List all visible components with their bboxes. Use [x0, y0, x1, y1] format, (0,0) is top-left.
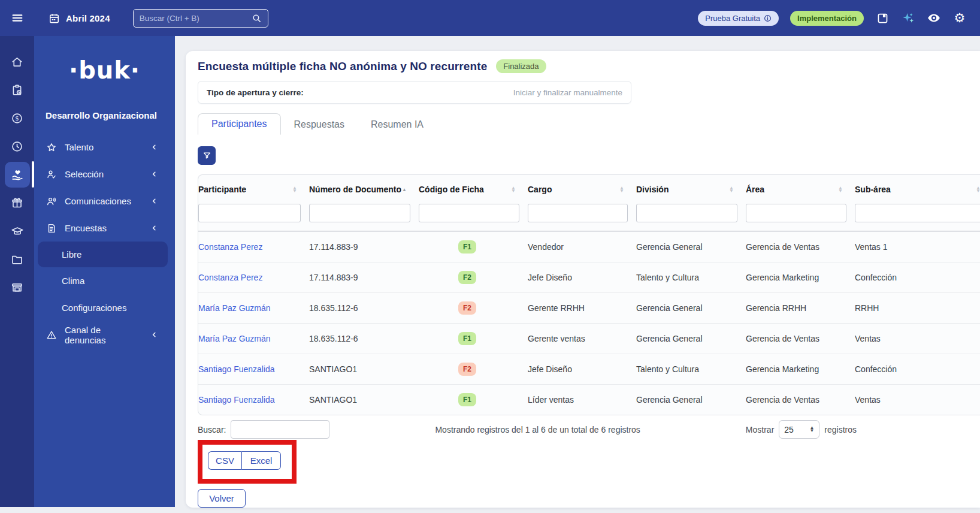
column-filter-input[interactable]: [746, 204, 846, 222]
page-size-select[interactable]: 25 ▲▼: [779, 420, 819, 439]
save-bookmark-icon[interactable]: [875, 11, 890, 25]
trial-badge[interactable]: Prueba Gratuita: [698, 11, 779, 26]
participants-table: Participante▲▼Número de Documento▲Código…: [198, 174, 980, 415]
column-header[interactable]: Número de Documento▲: [309, 175, 419, 204]
division-cell: Talento y Cultura: [636, 262, 746, 292]
table-row: María Paz Guzmán18.635.112-6F2Gerente RR…: [198, 292, 980, 323]
table-row: María Paz Guzmán18.635.112-6F1Gerente ve…: [198, 323, 980, 354]
table-header-row: Participante▲▼Número de Documento▲Código…: [198, 175, 980, 204]
column-filter-input[interactable]: [309, 204, 410, 222]
rail-tasks-icon[interactable]: [5, 76, 30, 104]
tab-participantes[interactable]: Participantes: [198, 113, 281, 135]
rail-talent-icon[interactable]: [5, 161, 30, 189]
implementation-badge[interactable]: Implementación: [790, 11, 864, 26]
buk-logo: ·buk·: [34, 56, 175, 84]
participant-link[interactable]: Constanza Perez: [198, 242, 262, 252]
sort-arrows-icon[interactable]: ▲▼: [292, 186, 297, 192]
column-header[interactable]: Cargo▲▼: [528, 175, 636, 204]
sort-arrows-icon[interactable]: ▲▼: [511, 186, 516, 192]
participant-link[interactable]: Santiago Fuenzalida: [198, 364, 275, 374]
sidebar-item-label: Encuestas: [65, 223, 107, 233]
column-header[interactable]: Código de Ficha▲▼: [419, 175, 528, 204]
table-search-input[interactable]: [231, 420, 329, 439]
document-cell: 17.114.883-9: [309, 262, 419, 292]
sidebar-item-canal-denuncias[interactable]: Canal de denuncias: [34, 321, 175, 348]
page-title: Encuesta múltiple ficha NO anónima y NO …: [198, 60, 487, 73]
sort-arrows-icon[interactable]: ▲▼: [729, 186, 734, 192]
column-filter-row: [198, 204, 980, 231]
division-cell: Talento y Cultura: [636, 354, 746, 384]
preview-eye-icon[interactable]: [927, 11, 941, 25]
funnel-icon: [202, 151, 211, 160]
cargo-cell: Jefe Diseño: [528, 262, 636, 292]
table-search-label: Buscar:: [198, 425, 226, 434]
tab-bar: ParticipantesRespuestasResumen IA: [198, 113, 980, 135]
column-filter-input[interactable]: [419, 204, 519, 222]
ficha-cell: F1: [419, 231, 528, 262]
sidebar-item-configuraciones[interactable]: Configuraciones: [34, 294, 175, 321]
column-header[interactable]: Área▲▼: [746, 175, 855, 204]
subarea-cell: RRHH: [855, 292, 980, 323]
topbar-actions: Prueba Gratuita Implementación: [698, 11, 980, 26]
back-button[interactable]: Volver: [198, 489, 246, 508]
global-search-input[interactable]: [140, 14, 252, 23]
open-close-label: Tipo de apertura y cierre:: [207, 88, 304, 97]
column-filter-input[interactable]: [528, 204, 628, 222]
rail-organization-icon[interactable]: [5, 273, 30, 301]
sort-arrows-icon[interactable]: ▲: [402, 188, 407, 191]
tab-respuestas[interactable]: Respuestas: [281, 114, 358, 135]
column-header[interactable]: División▲▼: [636, 175, 746, 204]
column-header[interactable]: Sub-área▲▼: [855, 175, 980, 204]
column-filter-input[interactable]: [198, 204, 301, 222]
ficha-cell: F2: [419, 354, 528, 384]
rail-payroll-icon[interactable]: $: [5, 104, 30, 132]
sidebar-item-comunicaciones[interactable]: Comunicaciones: [34, 188, 175, 215]
tab-resumen-ia[interactable]: Resumen IA: [358, 114, 437, 135]
column-filter-input[interactable]: [855, 204, 980, 222]
participant-link[interactable]: María Paz Guzmán: [198, 303, 271, 313]
sidebar-item-talento[interactable]: Talento: [34, 134, 175, 161]
column-header[interactable]: Participante▲▼: [198, 175, 309, 204]
participant-link[interactable]: María Paz Guzmán: [198, 334, 271, 343]
cargo-cell: Líder ventas: [528, 384, 636, 415]
search-icon[interactable]: [252, 13, 262, 23]
sort-arrows-icon[interactable]: ▲▼: [838, 186, 843, 192]
sidebar-item-clima[interactable]: Clima: [34, 267, 175, 294]
column-header-label: Código de Ficha: [419, 185, 484, 194]
records-summary: Mostrando registros del 1 al 6 de un tot…: [329, 425, 745, 434]
calendar-icon: [49, 13, 60, 24]
rail-documents-icon[interactable]: [5, 245, 30, 273]
sidebar-item-label: Comunicaciones: [65, 196, 131, 206]
settings-gear-icon[interactable]: ⚙: [952, 11, 967, 25]
excel-export-button[interactable]: Excel: [241, 451, 281, 470]
table-row: Santiago FuenzalidaSANTIAGO1F1Líder vent…: [198, 384, 980, 415]
ficha-badge: F2: [458, 301, 476, 315]
page-size-control: Mostrar 25 ▲▼ registros: [746, 420, 857, 439]
sidebar-item-seleccion[interactable]: Selección: [34, 161, 175, 188]
filter-button[interactable]: [198, 146, 216, 165]
sidebar-item-label: Libre: [62, 249, 81, 259]
hamburger-menu-icon[interactable]: [0, 11, 34, 25]
sort-arrows-icon[interactable]: ▲▼: [619, 186, 624, 192]
period-selector[interactable]: Abril 2024: [49, 13, 110, 24]
cargo-cell: Gerente ventas: [528, 323, 636, 354]
open-close-value: Iniciar y finalizar manualmente: [513, 88, 622, 97]
rail-home-icon[interactable]: [5, 48, 30, 76]
participant-link[interactable]: Constanza Perez: [198, 273, 262, 282]
ai-sparkles-icon[interactable]: [901, 11, 915, 25]
global-search[interactable]: [133, 9, 268, 28]
rail-benefits-icon[interactable]: [5, 189, 30, 217]
sort-arrows-icon[interactable]: ▲▼: [976, 186, 980, 192]
sidebar-item-libre[interactable]: Libre: [38, 242, 168, 267]
division-cell: Gerencia General: [636, 231, 746, 262]
document-cell: SANTIAGO1: [309, 354, 419, 384]
rail-time-icon[interactable]: [5, 132, 30, 161]
sidebar-item-label: Configuraciones: [62, 303, 126, 313]
column-header-label: Cargo: [528, 185, 552, 194]
csv-export-button[interactable]: CSV: [208, 451, 241, 470]
column-filter-input[interactable]: [636, 204, 737, 222]
participant-link[interactable]: Santiago Fuenzalida: [198, 395, 275, 405]
star-icon: [46, 142, 57, 153]
sidebar-item-encuestas[interactable]: Encuestas: [34, 215, 175, 242]
rail-training-icon[interactable]: [5, 217, 30, 245]
